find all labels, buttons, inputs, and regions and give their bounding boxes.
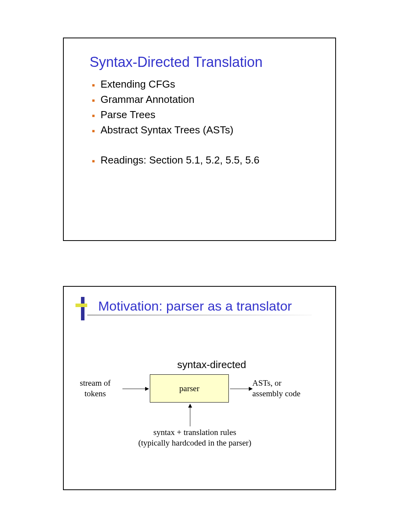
arrow-right-icon [230, 386, 253, 392]
bullet-item: Parse Trees [91, 109, 316, 121]
left-label-line2: tokens [84, 389, 106, 398]
arrow-left-icon [122, 386, 150, 392]
output-label: ASTs, or assembly code [252, 378, 300, 399]
svg-marker-1 [145, 387, 149, 391]
slide1-bullet-list: Extending CFGs Grammar Annotation Parse … [91, 78, 316, 136]
rules-label: syntax + translation rules (typically ha… [126, 427, 263, 449]
right-label-line2: assembly code [252, 389, 300, 398]
parser-diagram: syntax-directed stream of tokens parser … [64, 359, 335, 476]
right-label-line1: ASTs, or [252, 378, 281, 388]
slide1-readings-list: Readings: Section 5.1, 5.2, 5.5, 5.6 [91, 154, 316, 166]
title-underline [87, 315, 312, 316]
syntax-directed-label: syntax-directed [177, 359, 246, 371]
slide-2: Motivation: parser as a translator synta… [63, 286, 336, 490]
slide1-title: Syntax-Directed Translation [90, 54, 316, 70]
slide-decoration-icon [75, 297, 88, 316]
slide2-header: Motivation: parser as a translator [64, 287, 335, 316]
slide-1: Syntax-Directed Translation Extending CF… [63, 38, 336, 241]
readings-item: Readings: Section 5.1, 5.2, 5.5, 5.6 [91, 154, 316, 166]
arrow-up-icon [187, 403, 193, 426]
bullet-item: Abstract Syntax Trees (ASTs) [91, 124, 316, 136]
bottom-label-line1: syntax + translation rules [153, 428, 236, 437]
slide2-title: Motivation: parser as a translator [98, 298, 324, 314]
parser-label: parser [179, 384, 199, 394]
svg-marker-5 [188, 404, 192, 408]
bullet-item: Extending CFGs [91, 78, 316, 90]
bullet-item: Grammar Annotation [91, 93, 316, 106]
left-label-line1: stream of [80, 378, 111, 388]
bottom-label-line2: (typically hardcoded in the parser) [138, 438, 251, 448]
stream-of-tokens-label: stream of tokens [80, 378, 111, 399]
parser-box: parser [150, 374, 229, 403]
